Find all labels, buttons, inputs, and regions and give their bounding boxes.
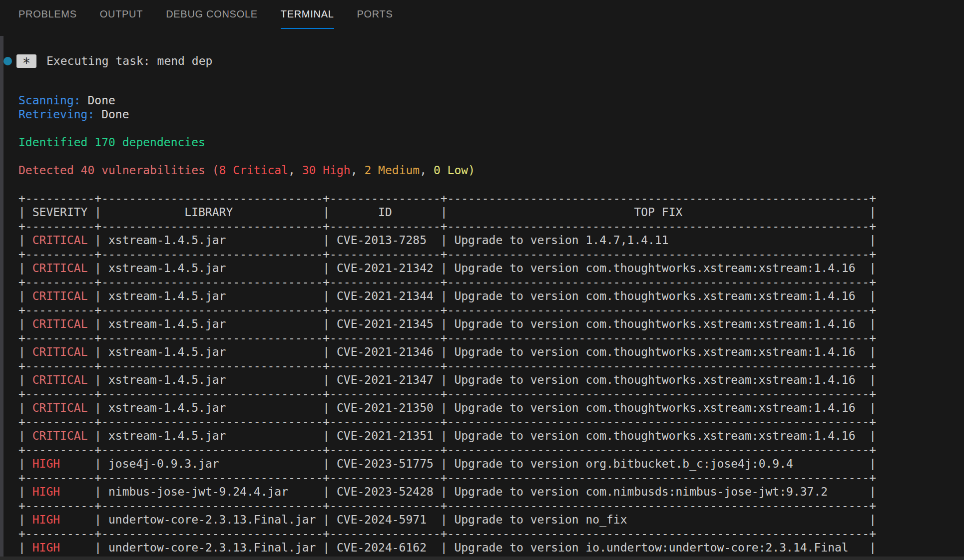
status-line-retrieving: Retrieving: Done — [18, 108, 129, 121]
tab-problems[interactable]: PROBLEMS — [18, 0, 77, 29]
table-header-row: | SEVERITY | LIBRARY | ID | TOP FIX | — [18, 206, 876, 219]
asterisk-icon: * — [22, 55, 31, 71]
table-row: | HIGH | undertow-core-2.3.13.Final.jar … — [18, 541, 876, 554]
panel-tabbar: PROBLEMSOUTPUTDEBUG CONSOLETERMINALPORTS — [0, 0, 964, 29]
tab-terminal[interactable]: TERMINAL — [281, 0, 334, 29]
table-border: +----------+----------------------------… — [18, 192, 876, 205]
terminal-panel: * Executing task: mend dep Scanning: Don… — [0, 54, 964, 560]
task-text: Executing task: mend dep — [46, 54, 212, 67]
table-row: | CRITICAL | xstream-1.4.5.jar | CVE-202… — [18, 262, 876, 275]
panel-bottom-edge — [0, 557, 964, 560]
table-border: +----------+----------------------------… — [18, 387, 876, 400]
table-border: +----------+----------------------------… — [18, 527, 876, 540]
table-border: +----------+----------------------------… — [18, 415, 876, 428]
task-execution-line: * Executing task: mend dep — [0, 54, 964, 68]
status-line-scanning: Scanning: Done — [18, 94, 115, 107]
task-icon-badge: * — [16, 54, 36, 68]
identified-dependencies-line: Identified 170 dependencies — [18, 136, 205, 149]
table-row: | CRITICAL | xstream-1.4.5.jar | CVE-202… — [18, 317, 876, 330]
table-row: | HIGH | undertow-core-2.3.13.Final.jar … — [18, 513, 876, 526]
tab-ports[interactable]: PORTS — [357, 0, 393, 29]
table-row: | CRITICAL | xstream-1.4.5.jar | CVE-202… — [18, 429, 876, 442]
table-border: +----------+----------------------------… — [18, 276, 876, 288]
table-row: | CRITICAL | xstream-1.4.5.jar | CVE-202… — [18, 289, 876, 302]
table-border: +----------+----------------------------… — [18, 331, 876, 344]
table-row: | CRITICAL | xstream-1.4.5.jar | CVE-201… — [18, 234, 876, 247]
tab-debug-console[interactable]: DEBUG CONSOLE — [166, 0, 258, 29]
table-border: +----------+----------------------------… — [18, 443, 876, 456]
command-decoration-dot-icon[interactable] — [3, 57, 12, 65]
table-row: | CRITICAL | xstream-1.4.5.jar | CVE-202… — [18, 401, 876, 414]
table-border: +----------+----------------------------… — [18, 220, 876, 233]
table-row: | HIGH | jose4j-0.9.3.jar | CVE-2023-517… — [18, 457, 876, 470]
detected-vulnerabilities-line: Detected 40 vulnerabilities (8 Critical,… — [18, 164, 475, 177]
table-border: +----------+----------------------------… — [18, 471, 876, 484]
table-row: | HIGH | nimbus-jose-jwt-9.24.4.jar | CV… — [18, 485, 876, 498]
table-border: +----------+----------------------------… — [18, 499, 876, 512]
table-row: | CRITICAL | xstream-1.4.5.jar | CVE-202… — [18, 373, 876, 386]
terminal-output: Scanning: Done Retrieving: Done Identifi… — [18, 93, 964, 560]
table-border: +----------+----------------------------… — [18, 359, 876, 372]
table-row: | CRITICAL | xstream-1.4.5.jar | CVE-202… — [18, 345, 876, 358]
table-border: +----------+----------------------------… — [18, 303, 876, 316]
table-border: +----------+----------------------------… — [18, 248, 876, 261]
tab-output[interactable]: OUTPUT — [100, 0, 143, 29]
